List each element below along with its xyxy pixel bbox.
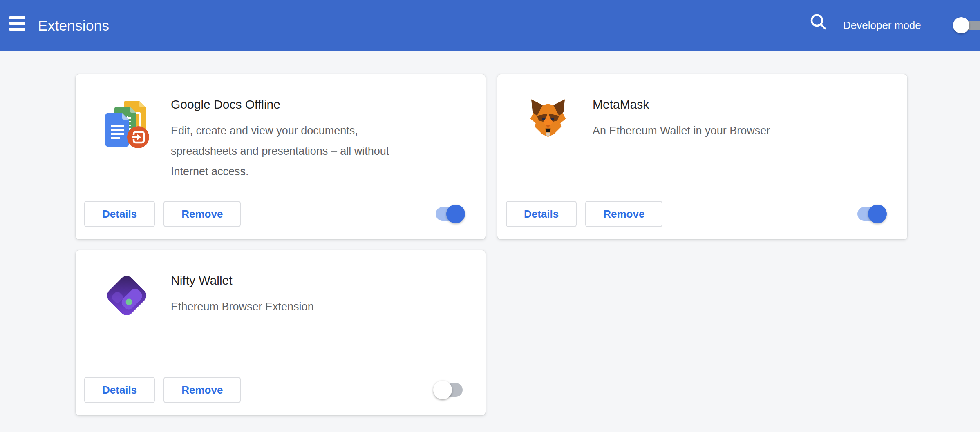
- details-button[interactable]: Details: [84, 377, 155, 403]
- description-line: Ethereum Browser Extension: [171, 296, 314, 317]
- card-text: MetaMask An Ethereum Wallet in your Brow…: [593, 97, 770, 141]
- toggle-knob: [433, 381, 452, 399]
- developer-mode-label: Developer mode: [843, 0, 921, 51]
- card-text: Google Docs Offline Edit, create and vie…: [171, 97, 389, 182]
- extension-enable-toggle[interactable]: [436, 381, 463, 399]
- developer-mode-toggle[interactable]: [953, 17, 980, 34]
- extension-name: Nifty Wallet: [171, 273, 314, 288]
- nifty-wallet-icon: [104, 273, 151, 328]
- extension-description: Edit, create and view your documents, sp…: [171, 120, 389, 182]
- extension-card-nifty-wallet: Nifty Wallet Ethereum Browser Extension …: [76, 250, 486, 415]
- hamburger-bar: [9, 22, 25, 25]
- extension-enable-toggle[interactable]: [436, 205, 463, 223]
- hamburger-bar: [9, 16, 25, 19]
- hamburger-bar: [9, 28, 25, 31]
- description-line: Internet access.: [171, 161, 389, 182]
- toggle-knob: [446, 205, 465, 223]
- extension-card-metamask: MetaMask An Ethereum Wallet in your Brow…: [497, 74, 907, 239]
- extension-enable-toggle[interactable]: [857, 205, 884, 223]
- description-line: An Ethereum Wallet in your Browser: [593, 120, 770, 141]
- metamask-fox-icon: [526, 97, 573, 152]
- card-actions: Details Remove: [84, 200, 463, 227]
- card-text: Nifty Wallet Ethereum Browser Extension: [171, 273, 314, 317]
- card-actions: Details Remove: [84, 376, 463, 403]
- extension-description: An Ethereum Wallet in your Browser: [593, 120, 770, 141]
- description-line: Edit, create and view your documents,: [171, 120, 389, 141]
- remove-button[interactable]: Remove: [585, 201, 662, 227]
- details-button[interactable]: Details: [506, 201, 577, 227]
- extensions-grid: Google Docs Offline Edit, create and vie…: [0, 51, 980, 415]
- hamburger-menu-icon[interactable]: [9, 15, 26, 31]
- card-body: MetaMask An Ethereum Wallet in your Brow…: [526, 97, 891, 152]
- page-title: Extensions: [38, 0, 109, 51]
- extensions-list: Google Docs Offline Edit, create and vie…: [0, 51, 980, 432]
- search-icon-glyph: [808, 12, 829, 33]
- extension-description: Ethereum Browser Extension: [171, 296, 314, 317]
- toggle-knob: [868, 205, 887, 223]
- card-body: Nifty Wallet Ethereum Browser Extension: [104, 273, 469, 328]
- details-button[interactable]: Details: [84, 201, 155, 227]
- google-docs-offline-icon: [104, 97, 151, 152]
- remove-button[interactable]: Remove: [163, 377, 241, 403]
- extension-name: Google Docs Offline: [171, 97, 389, 112]
- extension-name: MetaMask: [593, 97, 770, 112]
- remove-button[interactable]: Remove: [163, 201, 241, 227]
- card-actions: Details Remove: [506, 200, 884, 227]
- toolbar: Extensions Developer mode: [0, 0, 980, 51]
- toggle-knob: [953, 17, 969, 33]
- search-icon[interactable]: [808, 12, 829, 33]
- description-line: spreadsheets and presentations – all wit…: [171, 141, 389, 161]
- extension-card-google-docs-offline: Google Docs Offline Edit, create and vie…: [76, 74, 486, 239]
- card-body: Google Docs Offline Edit, create and vie…: [104, 97, 469, 182]
